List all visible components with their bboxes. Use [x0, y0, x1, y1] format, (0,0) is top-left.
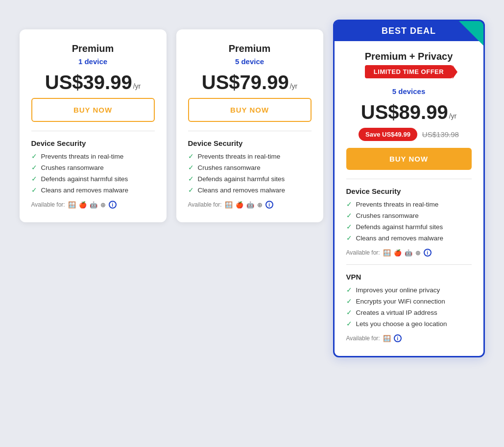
check-icon: ✓	[346, 308, 352, 316]
card2-feature-list: ✓Prevents threats in real-time ✓Crushes …	[188, 152, 312, 194]
list-item: ✓Crushes ransomware	[346, 212, 472, 219]
info-icon[interactable]: i	[424, 249, 432, 257]
save-badge: Save US$49.99	[359, 128, 417, 141]
check-icon: ✓	[346, 320, 352, 328]
check-icon: ✓	[346, 286, 352, 294]
card1-price: US$39.99	[45, 72, 132, 92]
check-icon: ✓	[188, 152, 194, 160]
info-icon[interactable]: i	[265, 201, 273, 209]
check-icon: ✓	[346, 297, 352, 305]
limited-time-offer: LIMITED TIME OFFER	[365, 65, 453, 78]
card2-devices: 5 device	[188, 57, 312, 66]
apple-icon: 🍎	[236, 201, 243, 209]
list-item: ✓Improves your online privacy	[346, 286, 472, 294]
premium-privacy-card: BEST DEAL Premium + Privacy LIMITED TIME…	[333, 20, 485, 357]
card2-title: Premium	[188, 43, 312, 54]
card1-available-row: Available for: 🪟 🍎 🤖 ⊕ i	[31, 201, 155, 209]
vpn-feature-list: ✓Improves your online privacy ✓Encrypts …	[346, 286, 472, 328]
android-icon: 🤖	[405, 249, 412, 257]
check-icon: ✓	[188, 164, 194, 171]
windows-icon: 🪟	[383, 335, 391, 342]
card2-price-row: US$79.99 /yr	[188, 72, 312, 92]
premium-1-device-card: Premium 1 device US$39.99 /yr BUY NOW De…	[20, 29, 167, 222]
list-item: ✓Prevents threats in real-time	[188, 152, 312, 160]
card1-title: Premium	[31, 43, 155, 54]
card1-feature-list: ✓Prevents threats in real-time ✓Crushes …	[31, 152, 155, 194]
apple-icon: 🍎	[79, 201, 87, 209]
card3-security-title: Device Security	[346, 187, 472, 195]
card3-price: US$89.99	[361, 102, 448, 122]
other-icon: ⊕	[257, 201, 263, 209]
android-icon: 🤖	[246, 201, 254, 209]
android-icon: 🤖	[90, 201, 97, 209]
windows-icon: 🪟	[68, 201, 76, 209]
check-icon: ✓	[346, 212, 352, 219]
list-item: ✓Defends against harmful sites	[346, 223, 472, 231]
card1-security-title: Device Security	[31, 139, 155, 147]
apple-icon: 🍎	[394, 249, 402, 257]
check-icon: ✓	[31, 186, 37, 194]
check-icon: ✓	[31, 164, 37, 171]
list-item: ✓Crushes ransomware	[188, 164, 312, 171]
card3-divider	[346, 179, 472, 179]
list-item: ✓Cleans and removes malware	[346, 234, 472, 242]
card2-security-title: Device Security	[188, 139, 312, 147]
vpn-available-row: Available for: 🪟 i	[346, 334, 472, 342]
windows-icon: 🪟	[383, 249, 391, 257]
check-icon: ✓	[31, 152, 37, 160]
check-icon: ✓	[188, 175, 194, 183]
card1-buy-button[interactable]: BUY NOW	[31, 98, 155, 122]
other-icon: ⊕	[415, 249, 421, 257]
check-icon: ✓	[346, 200, 352, 208]
card1-devices: 1 device	[31, 57, 155, 66]
info-icon[interactable]: i	[109, 201, 117, 209]
original-price: US$139.98	[422, 130, 459, 139]
check-icon: ✓	[31, 175, 37, 183]
list-item: ✓Encrypts your WiFi connection	[346, 297, 472, 305]
card3-available-row: Available for: 🪟 🍎 🤖 ⊕ i	[346, 249, 472, 257]
card2-divider	[188, 131, 312, 131]
list-item: ✓Creates a virtual IP address	[346, 308, 472, 316]
vpn-title: VPN	[346, 273, 472, 281]
check-icon: ✓	[346, 223, 352, 231]
list-item: ✓Prevents threats in real-time	[31, 152, 155, 160]
list-item: ✓Cleans and removes malware	[188, 186, 312, 194]
list-item: ✓Defends against harmful sites	[188, 175, 312, 183]
card3-feature-list: ✓Prevents threats in real-time ✓Crushes …	[346, 200, 472, 242]
list-item: ✓Defends against harmful sites	[31, 175, 155, 183]
card1-price-row: US$39.99 /yr	[31, 72, 155, 92]
card3-available-label: Available for:	[346, 249, 380, 256]
card1-available-label: Available for:	[31, 201, 65, 208]
check-icon: ✓	[188, 186, 194, 194]
best-deal-inner: Premium + Privacy LIMITED TIME OFFER 5 d…	[335, 41, 483, 356]
other-icon: ⊕	[100, 201, 106, 209]
card1-per: /yr	[133, 82, 141, 90]
info-icon[interactable]: i	[394, 334, 402, 342]
list-item: ✓Lets you choose a geo location	[346, 320, 472, 328]
card1-divider	[31, 131, 155, 131]
list-item: ✓Cleans and removes malware	[31, 186, 155, 194]
card2-available-label: Available for:	[188, 201, 222, 208]
save-row: Save US$49.99 US$139.98	[346, 128, 472, 141]
premium-5-device-card: Premium 5 device US$79.99 /yr BUY NOW De…	[176, 29, 323, 222]
card3-buy-button[interactable]: BUY NOW	[346, 148, 472, 170]
card3-per: /yr	[449, 112, 457, 120]
pricing-cards: Premium 1 device US$39.99 /yr BUY NOW De…	[15, 20, 490, 357]
windows-icon: 🪟	[225, 201, 233, 209]
card2-available-row: Available for: 🪟 🍎 🤖 ⊕ i	[188, 201, 312, 209]
card3-devices: 5 devices	[346, 87, 472, 95]
svg-marker-0	[459, 21, 483, 46]
list-item: ✓Crushes ransomware	[31, 164, 155, 171]
vpn-available-label: Available for:	[346, 335, 380, 342]
check-icon: ✓	[346, 234, 352, 242]
card3-title: Premium + Privacy	[346, 51, 472, 62]
card2-price: US$79.99	[202, 72, 289, 92]
card3-price-row: US$89.99 /yr	[346, 102, 472, 122]
card2-per: /yr	[290, 82, 298, 90]
vpn-divider	[346, 264, 472, 265]
card2-buy-button[interactable]: BUY NOW	[188, 98, 312, 122]
list-item: ✓Prevents threats in real-time	[346, 200, 472, 208]
